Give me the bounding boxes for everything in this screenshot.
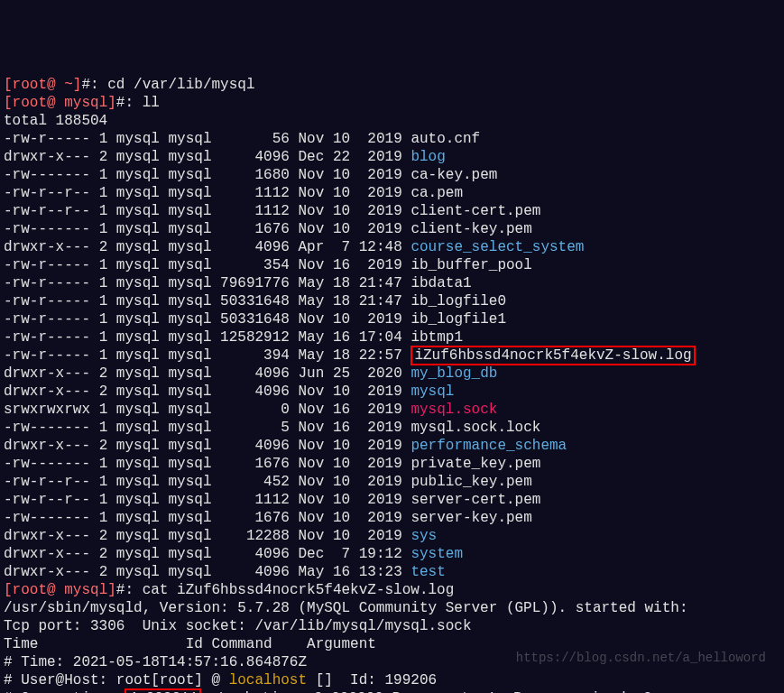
file-size: 12582912	[220, 329, 290, 346]
prompt-bracket: [	[4, 77, 13, 93]
file-day: 16	[333, 420, 350, 436]
file-day: 10	[333, 311, 350, 328]
file-size: 4096	[220, 383, 290, 400]
file-links: 1	[99, 131, 108, 147]
file-month: May	[299, 275, 325, 291]
file-day: 10	[333, 185, 350, 201]
prompt-bracket: ]	[107, 95, 116, 111]
prompt-hash: #	[81, 77, 90, 93]
file-row: -rw------- 1 mysql mysql 1676 Nov 10 201…	[4, 455, 780, 473]
file-links: 1	[99, 329, 108, 346]
file-perm: -rw-r--r--	[4, 203, 90, 219]
file-row: -rw-r--r-- 1 mysql mysql 1112 Nov 10 201…	[4, 491, 780, 509]
file-month: Nov	[299, 420, 325, 436]
file-links: 1	[99, 456, 108, 472]
file-owner: mysql	[116, 131, 160, 147]
file-time: 2019	[359, 474, 402, 490]
file-name: public_key.pem	[410, 474, 531, 490]
file-links: 2	[99, 365, 108, 382]
file-row: -rw-r--r-- 1 mysql mysql 452 Nov 10 2019…	[4, 473, 780, 491]
file-group: mysql	[168, 257, 211, 273]
file-time: 2019	[359, 149, 402, 165]
file-links: 2	[99, 564, 108, 580]
file-perm: drwxr-x---	[4, 365, 90, 382]
file-day: 7	[333, 239, 350, 255]
file-size: 1680	[220, 167, 290, 183]
file-time: 2019	[359, 221, 402, 237]
file-owner: mysql	[116, 456, 160, 472]
file-links: 1	[99, 492, 108, 508]
file-day: 25	[333, 365, 350, 382]
file-month: Apr	[299, 239, 325, 255]
file-owner: mysql	[116, 203, 160, 219]
log-line: /usr/sbin/mysqld, Version: 5.7.28 (MySQL…	[4, 599, 780, 617]
file-group: mysql	[168, 275, 211, 291]
file-name: server-cert.pem	[410, 492, 540, 508]
prompt-bracket: [	[4, 582, 13, 598]
terminal-output: [root@ ~]#: cd /var/lib/mysql[root@ mysq…	[4, 76, 780, 693]
file-size: 1112	[220, 185, 290, 201]
file-time: 2019	[359, 402, 402, 418]
file-owner: mysql	[116, 275, 160, 291]
file-perm: -rw-r-----	[4, 347, 90, 364]
prompt-bracket: [	[4, 95, 13, 111]
file-month: Nov	[299, 402, 325, 418]
file-name: my_blog_db	[410, 365, 497, 382]
file-name: sys	[410, 528, 437, 544]
file-owner: mysql	[116, 402, 160, 418]
file-day: 10	[333, 438, 350, 454]
file-row: -rw-r----- 1 mysql mysql 394 May 18 22:5…	[4, 346, 780, 365]
file-time: 2019	[359, 438, 402, 454]
file-day: 10	[333, 167, 350, 183]
file-name: client-cert.pem	[410, 203, 540, 219]
file-day: 16	[333, 402, 350, 418]
prompt-command[interactable]: ll	[134, 95, 160, 111]
file-links: 2	[99, 383, 108, 400]
file-row: -rw-r----- 1 mysql mysql 79691776 May 18…	[4, 274, 780, 292]
file-group: mysql	[168, 564, 211, 580]
file-size: 1676	[220, 456, 290, 472]
file-time: 22:57	[359, 347, 402, 364]
file-day: 10	[333, 131, 350, 147]
file-size: 1112	[220, 203, 290, 219]
file-time: 2019	[359, 257, 402, 273]
file-perm: drwxr-x---	[4, 564, 90, 580]
file-time: 2019	[359, 203, 402, 219]
file-links: 1	[99, 203, 108, 219]
file-time: 13:23	[359, 564, 402, 580]
prompt-path: ~	[56, 77, 73, 93]
file-month: Jun	[299, 365, 325, 382]
prompt-bracket: ]	[73, 77, 82, 93]
file-day: 10	[333, 456, 350, 472]
file-day: 10	[333, 528, 350, 544]
file-group: mysql	[168, 456, 211, 472]
file-perm: drwxr-x---	[4, 383, 90, 400]
file-name: mysql.sock.lock	[410, 420, 540, 436]
file-name: performance_schema	[410, 438, 567, 454]
file-owner: mysql	[116, 510, 160, 526]
file-links: 1	[99, 167, 108, 183]
file-row: -rw-r----- 1 mysql mysql 354 Nov 16 2019…	[4, 256, 780, 274]
file-name: course_select_system	[410, 239, 584, 255]
file-time: 2019	[359, 383, 402, 400]
file-group: mysql	[168, 528, 211, 544]
file-time: 2019	[359, 311, 402, 328]
file-size: 5	[220, 420, 290, 436]
file-owner: mysql	[116, 420, 160, 436]
prompt-colon: :	[125, 582, 134, 598]
file-owner: mysql	[116, 492, 160, 508]
file-day: 10	[333, 474, 350, 490]
file-perm: drwxr-x---	[4, 546, 90, 562]
file-month: May	[299, 329, 325, 346]
prompt-command[interactable]: cd /var/lib/mysql	[99, 77, 255, 93]
file-perm: srwxrwxrwx	[4, 402, 90, 418]
file-size: 50331648	[220, 293, 290, 310]
prompt-colon: :	[125, 95, 134, 111]
file-perm: -rw-r-----	[4, 329, 90, 346]
file-group: mysql	[168, 510, 211, 526]
file-group: mysql	[168, 402, 211, 418]
file-size: 0	[220, 402, 290, 418]
file-owner: mysql	[116, 474, 160, 490]
file-owner: mysql	[116, 149, 160, 165]
prompt-command[interactable]: cat iZuf6hbssd4nocrk5f4ekvZ-slow.log	[134, 582, 454, 598]
